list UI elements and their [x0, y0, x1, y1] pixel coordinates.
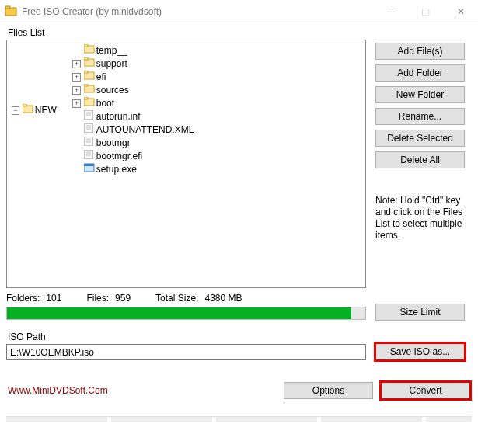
size-limit-button[interactable]: Size Limit	[375, 304, 465, 321]
rename-button[interactable]: Rename...	[375, 108, 465, 125]
minimize-button[interactable]: —	[373, 0, 408, 23]
file-icon	[84, 137, 95, 150]
tree-item[interactable]: setup.exe	[72, 163, 362, 176]
total-size-value: 4380 MB	[204, 293, 242, 304]
close-button[interactable]: ✕	[443, 0, 478, 23]
stats-row: Folders: 101 Files: 959 Total Size: 4380…	[6, 293, 366, 304]
folder-icon	[84, 44, 95, 57]
folder-icon	[84, 84, 95, 97]
folder-icon	[84, 71, 95, 84]
tree-item[interactable]: +boot	[72, 97, 362, 110]
tree-item-label: AUTOUNATTEND.XML	[96, 123, 194, 137]
svg-rect-7	[84, 57, 88, 60]
tree-item-label: sources	[96, 84, 129, 97]
tree-item[interactable]: temp__	[72, 44, 362, 57]
svg-rect-5	[84, 44, 88, 47]
svg-rect-22	[85, 137, 92, 146]
svg-rect-18	[85, 123, 92, 133]
add-files-button[interactable]: Add File(s)	[375, 43, 465, 60]
tree-item[interactable]: autorun.inf	[72, 110, 362, 123]
tree-item[interactable]: +support	[72, 57, 362, 71]
file-icon	[84, 110, 95, 123]
files-list-label: Files List	[8, 27, 472, 38]
svg-rect-26	[85, 150, 92, 159]
exe-icon	[84, 163, 95, 176]
delete-all-button[interactable]: Delete All	[375, 151, 465, 168]
total-size-label: Total Size:	[155, 293, 198, 304]
tree-item-label: efi	[96, 71, 106, 84]
file-icon	[84, 123, 95, 137]
iso-path-input[interactable]	[6, 344, 366, 360]
svg-rect-3	[23, 104, 26, 106]
folder-open-icon	[23, 104, 33, 117]
status-strip	[6, 416, 472, 422]
tree-item-label: bootmgr.efi	[96, 150, 142, 163]
window-title: Free ISO Creator (by minidvdsoft)	[22, 6, 162, 17]
tree-item[interactable]: bootmgr	[72, 137, 362, 150]
tree-item[interactable]: AUTOUNATTEND.XML	[72, 123, 362, 137]
tree-root-label[interactable]: NEW	[35, 104, 57, 117]
tree-item-label: autorun.inf	[96, 110, 141, 123]
convert-button[interactable]: Convert	[381, 382, 470, 399]
folder-icon	[84, 97, 95, 110]
iso-path-label: ISO Path	[8, 332, 366, 342]
file-icon	[84, 150, 95, 163]
svg-rect-31	[84, 164, 94, 166]
tree-item-label: temp__	[96, 44, 127, 57]
titlebar: Free ISO Creator (by minidvdsoft) — ▢ ✕	[0, 0, 478, 23]
tree-item-label: bootmgr	[96, 137, 131, 150]
tree-item-label: setup.exe	[96, 163, 137, 176]
expand-icon[interactable]: +	[72, 99, 81, 108]
website-link[interactable]: Www.MiniDVDSoft.Com	[8, 385, 108, 396]
note-text: Note: Hold "Ctrl" key and click on the F…	[375, 195, 465, 241]
folder-icon	[84, 57, 95, 71]
svg-rect-11	[84, 84, 88, 86]
tree-item-label: boot	[96, 97, 114, 110]
app-icon	[5, 4, 17, 19]
tree-item[interactable]: +sources	[72, 84, 362, 97]
svg-rect-9	[84, 71, 88, 73]
tree-item-label: support	[96, 57, 127, 71]
tree-item[interactable]: bootmgr.efi	[72, 150, 362, 163]
maximize-button[interactable]: ▢	[408, 0, 443, 23]
expand-icon[interactable]: +	[72, 60, 81, 68]
collapse-icon[interactable]: −	[12, 106, 19, 115]
files-count-label: Files:	[86, 293, 109, 304]
options-button[interactable]: Options	[284, 382, 373, 399]
svg-rect-1	[5, 6, 10, 9]
tree-item[interactable]: +efi	[72, 71, 362, 84]
folders-label: Folders:	[6, 293, 40, 304]
folders-value: 101	[46, 293, 61, 304]
add-folder-button[interactable]: Add Folder	[375, 64, 465, 82]
files-count-value: 959	[115, 293, 131, 304]
delete-selected-button[interactable]: Delete Selected	[375, 130, 465, 147]
svg-rect-14	[85, 110, 92, 120]
save-iso-button[interactable]: Save ISO as...	[375, 343, 465, 360]
size-progress	[6, 307, 366, 320]
files-tree[interactable]: − NEW temp__+support+efi+sources+bootaut…	[6, 40, 366, 288]
new-folder-button[interactable]: New Folder	[375, 86, 465, 103]
expand-icon[interactable]: +	[72, 73, 81, 82]
svg-rect-13	[84, 97, 88, 99]
expand-icon[interactable]: +	[72, 86, 81, 95]
